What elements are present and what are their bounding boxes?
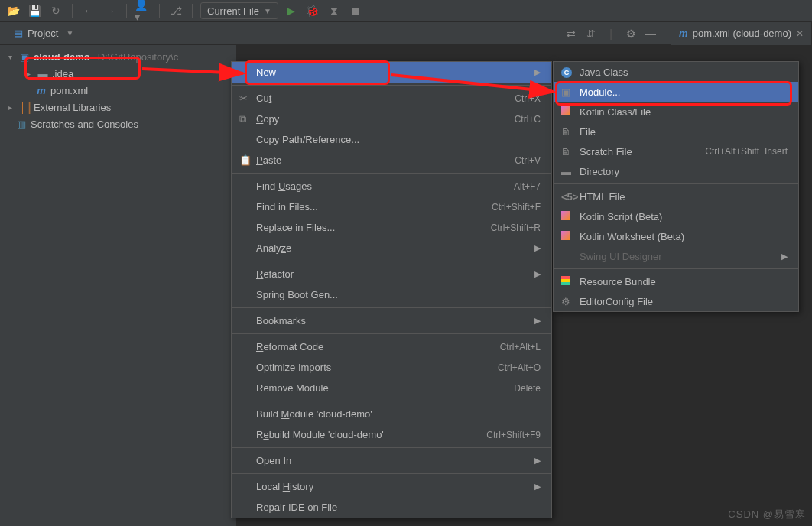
menu-label: Open In	[256, 455, 528, 466]
refresh-icon[interactable]: ↻	[47, 2, 64, 19]
menu-label: HTML File	[580, 191, 788, 203]
tree-external-libs[interactable]: ▸ ║║ External Libraries	[0, 99, 236, 115]
shortcut: Ctrl+Shift+F	[492, 202, 541, 213]
scratch-icon: 🗎	[561, 146, 580, 157]
separator	[232, 307, 551, 308]
context-menu-item[interactable]: Rebuild Module 'cloud-demo'Ctrl+Shift+F9	[232, 424, 551, 445]
menu-resource-bundle[interactable]: Resource Bundle	[554, 271, 798, 291]
context-menu-item[interactable]: Repair IDE on File	[232, 497, 551, 518]
menu-label: Kotlin Script (Beta)	[580, 211, 788, 222]
context-menu-item[interactable]: Copy Path/Reference...	[232, 129, 551, 150]
menu-module[interactable]: ▣ Module...	[554, 82, 798, 102]
gear-icon[interactable]: ⚙	[622, 25, 639, 42]
menu-label: Local History	[256, 481, 528, 492]
menu-label: Replace in Files...	[256, 222, 491, 233]
separator	[554, 268, 798, 269]
chevron-right-icon: ▶	[534, 243, 541, 253]
minimize-icon[interactable]: —	[642, 25, 659, 42]
context-menu-item[interactable]: Local History▶	[232, 476, 551, 497]
close-icon[interactable]: ✕	[796, 28, 804, 39]
menu-label: Bookmarks	[256, 315, 528, 326]
libraries-icon: ║║	[18, 102, 31, 113]
project-path: D:\GitRepository\c	[98, 51, 178, 63]
context-menu-item[interactable]: Replace in Files...Ctrl+Shift+R	[232, 217, 551, 238]
menu-directory[interactable]: ▬ Directory	[554, 161, 798, 181]
chevron-down-icon: ▼	[264, 7, 271, 15]
shortcut: Ctrl+Shift+R	[491, 222, 541, 233]
coverage-icon[interactable]: ⧗	[326, 2, 343, 19]
menu-label: Scratch File	[580, 146, 705, 157]
branch-icon[interactable]: ⎇	[167, 2, 184, 19]
chevron-right-icon: ▶	[781, 252, 788, 261]
context-menu-item[interactable]: Open In▶	[232, 450, 551, 471]
file-label: pom.xml	[50, 85, 88, 96]
context-menu-item[interactable]: Reformat CodeCtrl+Alt+L	[232, 336, 551, 357]
separator	[232, 333, 551, 334]
chevron-down-icon: ▼	[66, 29, 73, 37]
menu-kotlin-script[interactable]: Kotlin Script (Beta)	[554, 206, 798, 226]
debug-icon[interactable]: 🐞	[304, 2, 321, 19]
context-menu-item[interactable]: Remove ModuleDelete	[232, 378, 551, 398]
html-icon: <5>	[561, 191, 580, 203]
context-menu-item[interactable]: ✂CutCtrl+X	[232, 88, 551, 109]
kotlin-icon	[561, 106, 580, 118]
menu-icon: ✂	[239, 93, 256, 104]
expand-all-icon[interactable]: ⇵	[583, 25, 599, 42]
chevron-down-icon: ▾	[5, 53, 15, 61]
menu-label: Kotlin Class/File	[580, 106, 788, 118]
stop-icon[interactable]: ◼	[347, 2, 364, 19]
menu-label: Copy	[256, 113, 515, 125]
menu-file[interactable]: 🗎 File	[554, 122, 798, 141]
editor-tab[interactable]: m pom.xml (cloud-demo) ✕	[671, 22, 812, 45]
separator	[554, 183, 798, 184]
menu-label: Paste	[256, 154, 515, 166]
context-menu-item[interactable]: Build Module 'cloud-demo'	[232, 404, 551, 424]
menu-editorconfig[interactable]: ⚙ EditorConfig File	[554, 291, 798, 311]
menu-scratch-file[interactable]: 🗎 Scratch File Ctrl+Alt+Shift+Insert	[554, 141, 798, 161]
back-icon[interactable]: ←	[80, 2, 97, 19]
tree-scratches[interactable]: ▥ Scratches and Consoles	[0, 115, 236, 132]
context-menu-item[interactable]: Spring Boot Gen...	[232, 284, 551, 305]
context-menu-item[interactable]: New▶	[232, 62, 551, 83]
context-menu-item[interactable]: ⧉CopyCtrl+C	[232, 109, 551, 129]
gear-icon: ⚙	[561, 296, 580, 307]
menu-label: Directory	[580, 166, 788, 177]
context-menu-item[interactable]: Optimize ImportsCtrl+Alt+O	[232, 357, 551, 378]
project-panel-header[interactable]: ▤ Project ▼	[0, 28, 237, 39]
chevron-right-icon: ▸	[23, 70, 34, 78]
tree-project-root[interactable]: ▾ ▣ cloud-demo D:\GitRepository\c	[0, 48, 236, 65]
menu-label: Find Usages	[256, 180, 514, 192]
context-menu-item[interactable]: 📋PasteCtrl+V	[232, 150, 551, 170]
maven-icon: m	[35, 85, 47, 96]
open-icon[interactable]: 📂	[5, 2, 21, 19]
run-icon[interactable]: ▶	[283, 2, 300, 19]
project-icon: ▤	[14, 28, 23, 39]
menu-html-file[interactable]: <5> HTML File	[554, 187, 798, 206]
select-opened-icon[interactable]: ⇄	[563, 25, 580, 42]
save-icon[interactable]: 💾	[26, 2, 43, 19]
context-menu-item[interactable]: Find in Files...Ctrl+Shift+F	[232, 196, 551, 217]
folder-icon: ▣	[18, 51, 31, 63]
menu-label: Cut	[256, 93, 515, 104]
menu-java-class[interactable]: C Java Class	[554, 62, 798, 82]
shortcut: Ctrl+Shift+F9	[486, 430, 541, 440]
chevron-right-icon: ▶	[534, 67, 541, 77]
menu-label: Java Class	[580, 67, 788, 78]
menu-label: Rebuild Module 'cloud-demo'	[256, 429, 486, 440]
separator	[232, 447, 551, 448]
menu-kotlin-worksheet[interactable]: Kotlin Worksheet (Beta)	[554, 226, 798, 246]
tree-idea-folder[interactable]: ▸ ▬ .idea	[0, 65, 236, 82]
tree-pom-file[interactable]: m pom.xml	[0, 82, 236, 99]
context-menu-item[interactable]: Analyze▶	[232, 238, 551, 258]
main-toolbar: 📂 💾 ↻ ← → 👤▾ ⎇ Current File ▼ ▶ 🐞 ⧗ ◼	[0, 0, 812, 22]
forward-icon[interactable]: →	[102, 2, 119, 19]
user-icon[interactable]: 👤▾	[135, 2, 151, 19]
chevron-right-icon: ▶	[534, 269, 541, 279]
menu-kotlin-class[interactable]: Kotlin Class/File	[554, 102, 798, 122]
context-menu-item[interactable]: Refactor▶	[232, 264, 551, 284]
tree-label: Scratches and Consoles	[31, 119, 138, 130]
run-config-selector[interactable]: Current File ▼	[200, 2, 278, 19]
context-menu-item[interactable]: Find UsagesAlt+F7	[232, 176, 551, 196]
context-menu-item[interactable]: Bookmarks▶	[232, 310, 551, 331]
menu-label: Kotlin Worksheet (Beta)	[580, 231, 788, 242]
